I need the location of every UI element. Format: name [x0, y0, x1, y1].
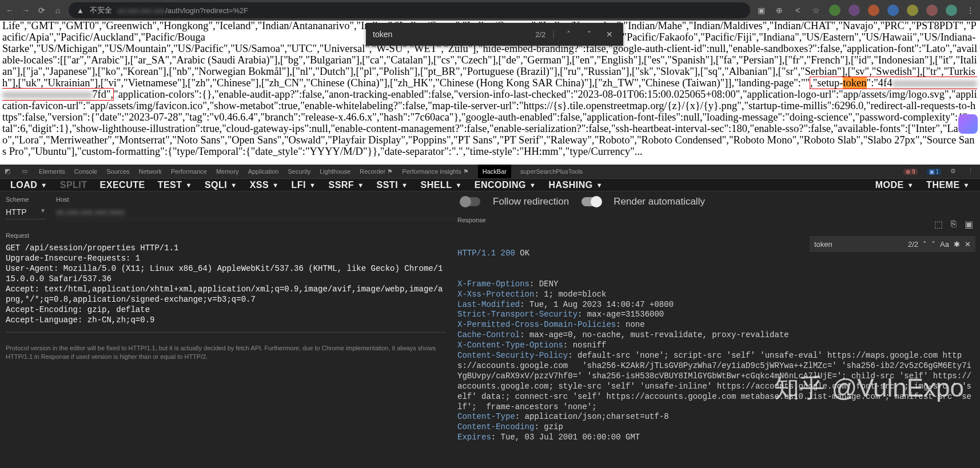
request-editor[interactable]: GET /api/session/properties HTTP/1.1 Upg…	[6, 243, 446, 325]
render-toggle[interactable]	[581, 197, 601, 206]
find-prev-icon[interactable]: ˄	[561, 30, 575, 39]
shell-button[interactable]: SHELL▼	[420, 180, 461, 190]
devtools-tabs: ◩ ▭ Elements Console Sources Network Per…	[0, 165, 980, 179]
select-icon[interactable]: ⬚	[934, 219, 943, 230]
scheme-label: Scheme	[6, 196, 46, 203]
header-key: X-Frame-Options	[457, 279, 529, 289]
zoom-icon[interactable]: ⊕	[774, 5, 784, 15]
settings-icon[interactable]: ⚙	[950, 167, 958, 175]
follow-toggle[interactable]	[461, 197, 480, 206]
copy-icon[interactable]: ⎘	[951, 219, 957, 230]
tab-recorder[interactable]: Recorder ⚑	[360, 168, 393, 175]
tab-sources[interactable]: Sources	[106, 168, 129, 175]
hashing-button[interactable]: HASHING▼	[548, 180, 603, 190]
lfi-button[interactable]: LFI▼	[292, 180, 316, 190]
header-value: : DENY	[529, 279, 558, 289]
tab-memory[interactable]: Memory	[216, 168, 239, 175]
tab-security[interactable]: Security	[288, 168, 310, 175]
header-key: Cache-Control	[457, 330, 520, 339]
tab-perf-insights[interactable]: Performance insights ⚑	[402, 168, 468, 175]
tab-hackbar[interactable]: HackBar	[478, 165, 511, 178]
header-key: Expires	[457, 433, 491, 442]
test-button[interactable]: TEST▼	[158, 180, 192, 190]
header-key: X-Content-Type-Options	[457, 341, 563, 350]
response-search-count: 2/2	[908, 240, 918, 249]
insecure-icon: ▲	[77, 6, 84, 15]
header-value: : Tue, 1 Aug 2023 14:00:47 +0800	[520, 300, 674, 309]
response-search-input[interactable]: token	[814, 240, 903, 249]
regex-icon[interactable]: ✱	[954, 240, 960, 249]
follow-label: Follow redirection	[493, 196, 569, 207]
ssrf-button[interactable]: SSRF▼	[328, 180, 364, 190]
reader-icon[interactable]: ▣	[756, 5, 766, 15]
tab-performance[interactable]: Performance	[171, 168, 207, 175]
header-value: : application/json;charset=utf-8	[515, 412, 669, 421]
mode-button[interactable]: MODE▼	[875, 180, 914, 190]
badge-icon	[958, 114, 978, 134]
header-value: : max-age=0, no-cache, must-revalidate, …	[520, 330, 788, 339]
sqli-button[interactable]: SQLI▼	[205, 180, 237, 190]
tab-lighthouse[interactable]: Lighthouse	[320, 168, 350, 175]
inspect-icon[interactable]: ◩	[5, 167, 13, 175]
extension-icon[interactable]	[926, 5, 938, 16]
extension-icon[interactable]	[848, 5, 860, 16]
ssti-button[interactable]: SSTI▼	[377, 180, 408, 190]
find-bar: token 2/2 | ˄ ˅ ✕	[366, 23, 623, 46]
header-value: : max-age=31536000	[577, 310, 664, 319]
header-key: Last-Modified	[457, 300, 520, 309]
info-badge[interactable]: ▣ 1	[927, 169, 941, 175]
error-badge[interactable]: ⊗ 9	[903, 169, 917, 175]
find-close-icon[interactable]: ✕	[603, 30, 616, 39]
search-next-icon[interactable]: ˅	[931, 240, 935, 249]
search-close-icon[interactable]: ✕	[965, 240, 971, 249]
menu-icon[interactable]: ⋮	[965, 5, 975, 15]
extension-icon[interactable]	[887, 5, 899, 16]
reload-icon[interactable]: ⟳	[37, 5, 47, 15]
xss-button[interactable]: XSS▼	[250, 180, 279, 190]
browser-toolbar: ← → ⟳ ⌂ ▲ 不安全 xx.xxx.xxx.xxx/auth/login?…	[0, 0, 980, 21]
bookmark-icon[interactable]: ☆	[811, 5, 821, 15]
tab-supersearch[interactable]: superSearchPlusTools	[520, 168, 583, 175]
load-button[interactable]: LOAD▼	[10, 180, 47, 190]
tab-application[interactable]: Application	[248, 168, 279, 175]
find-next-icon[interactable]: ˅	[582, 30, 596, 39]
split-button[interactable]: SPLIT	[60, 180, 87, 190]
header-key: X-Permitted-Cross-Domain-Policies	[457, 320, 616, 329]
window-icon[interactable]: ▣	[965, 219, 973, 230]
response-body[interactable]: HTTP/1.1 200 OK X-Frame-Options: DENYX-X…	[457, 228, 974, 463]
forward-icon[interactable]: →	[21, 5, 31, 15]
more-icon[interactable]: ⋮	[967, 167, 975, 175]
header-key: Content-Type	[457, 412, 515, 421]
url-text: xx.xxx.xxx.xxx/auth/login?redirect=%2F	[118, 6, 248, 15]
extension-icon[interactable]	[868, 5, 879, 16]
header-key: X-Xss-Protection	[457, 290, 534, 299]
tab-elements[interactable]: Elements	[39, 168, 65, 175]
device-icon[interactable]: ▭	[22, 167, 30, 175]
extension-icon[interactable]	[907, 5, 918, 16]
url-bar[interactable]: ▲ 不安全 xx.xxx.xxx.xxx/auth/login?redirect…	[69, 2, 750, 18]
request-label: Request	[6, 232, 446, 239]
encoding-button[interactable]: ENCODING▼	[475, 180, 536, 190]
scheme-select[interactable]: HTTP▼	[6, 205, 46, 219]
find-highlight: token	[843, 77, 866, 89]
tab-console[interactable]: Console	[74, 168, 97, 175]
header-value: : 1; mode=block	[534, 290, 606, 299]
host-input[interactable]: xx.xxx.xxx.xxx:xxxx	[56, 205, 456, 219]
case-icon[interactable]: Aa	[940, 240, 949, 249]
theme-button[interactable]: THEME▼	[926, 180, 970, 190]
execute-button[interactable]: EXECUTE	[100, 180, 145, 190]
insecure-label: 不安全	[90, 5, 112, 15]
tab-network[interactable]: Network	[139, 168, 162, 175]
devtools-panel: ◩ ▭ Elements Console Sources Network Per…	[0, 165, 980, 468]
search-prev-icon[interactable]: ˄	[923, 240, 927, 249]
hackbar-toolbar: LOAD▼ SPLIT EXECUTE TEST▼ SQLI▼ XSS▼ LFI…	[0, 179, 980, 191]
find-input[interactable]: token	[373, 30, 528, 39]
home-icon[interactable]: ⌂	[53, 5, 63, 15]
extension-icon[interactable]	[946, 5, 957, 16]
header-key: Content-Security-Policy	[457, 351, 568, 360]
extension-icon[interactable]	[829, 5, 840, 16]
back-icon[interactable]: ←	[5, 5, 15, 15]
response-search: token 2/2 ˄ ˅ Aa ✱ ✕	[810, 236, 975, 252]
share-icon[interactable]: <	[792, 5, 803, 15]
host-label: Host	[56, 196, 456, 203]
